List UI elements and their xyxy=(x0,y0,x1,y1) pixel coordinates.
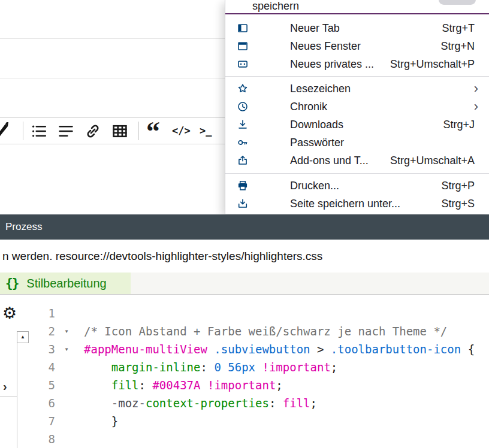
download-icon xyxy=(237,119,248,130)
menu-item-bookmarks[interactable]: Lesezeichen › xyxy=(225,80,489,98)
menu-item-new-window[interactable]: Neues Fenster Strg+N xyxy=(225,37,489,55)
code-token: fill xyxy=(111,379,139,392)
code-token: ; xyxy=(331,361,337,374)
menu-item-label: Downloads xyxy=(290,119,343,131)
code-line: 4 margin-inline: 0 56px !important; xyxy=(30,358,489,376)
fold-marker-icon[interactable]: ▾ xyxy=(59,340,74,358)
style-editor-icon: {} xyxy=(5,276,18,290)
menu-item-label: Neues privates ... xyxy=(290,58,374,71)
bullet-list-icon[interactable] xyxy=(31,123,47,139)
menu-item-shortcut: Strg+T xyxy=(442,22,489,35)
process-titlebar: Prozess xyxy=(0,214,489,240)
code-token xyxy=(201,379,207,392)
toolbar-divider xyxy=(138,122,139,140)
screen: “ </> >_ speichern Neuer Tab Strg+T Neue… xyxy=(0,0,489,448)
menu-item-addons[interactable]: Add-ons und T... Strg+Umschalt+A xyxy=(225,152,489,169)
gear-icon[interactable]: ⚙ xyxy=(2,305,17,322)
expand-pane-chevron-icon[interactable]: › xyxy=(3,380,7,392)
menu-item-shortcut: Strg+N xyxy=(440,40,489,53)
code-area[interactable]: 1 2 ▾ /* Icon Abstand + Farbe weiß/schwa… xyxy=(30,304,489,448)
menu-item-label: Passwörter xyxy=(290,137,344,149)
key-icon xyxy=(237,137,248,148)
menu-item-shortcut: Strg+Umschalt+A xyxy=(390,155,489,167)
menu-item-history[interactable]: Chronik › xyxy=(225,98,489,116)
code-line: 6 -moz-context-properties: fill; xyxy=(30,394,489,412)
code-token: -moz- xyxy=(111,396,146,410)
menu-separator xyxy=(225,173,489,174)
code-token: .toolbarbutton-icon xyxy=(331,343,461,356)
menu-item-label: Drucken... xyxy=(290,180,339,192)
code-line: 1 xyxy=(30,304,489,322)
tab-style-editor-label: Stilbearbeitung xyxy=(26,277,106,290)
code-text[interactable]: } xyxy=(74,412,118,430)
line-number: 6 xyxy=(30,394,59,412)
private-window-icon xyxy=(237,59,248,69)
code-line: 3 ▾ #appMenu-multiView .subviewbutton > … xyxy=(30,340,489,358)
terminal-icon[interactable]: >_ xyxy=(200,125,212,137)
code-text[interactable]: fill: #00437A !important; xyxy=(74,376,283,394)
code-token: ; xyxy=(276,379,282,392)
menu-item-passwords[interactable]: Passwörter xyxy=(225,134,489,152)
menu-item-new-tab[interactable]: Neuer Tab Strg+T xyxy=(225,19,489,37)
menu-separator xyxy=(225,76,489,77)
bookmarks-star-icon xyxy=(237,83,248,94)
scroll-up-button[interactable]: ▲ xyxy=(17,331,29,343)
link-icon[interactable] xyxy=(85,123,101,139)
menu-header-button[interactable] xyxy=(439,0,476,5)
fold-marker-icon xyxy=(59,376,74,394)
code-token: 0 56px xyxy=(214,361,255,374)
align-left-icon[interactable] xyxy=(58,123,74,139)
table-icon[interactable] xyxy=(112,123,128,139)
code-line: 5 fill: #00437A !important; xyxy=(30,376,489,394)
printer-icon xyxy=(237,180,248,191)
code-text[interactable]: -moz-context-properties: fill; xyxy=(74,394,317,412)
code-text[interactable]: /* Icon Abstand + Farbe weiß/schwarz je … xyxy=(74,322,447,340)
menu-item-label: Add-ons und T... xyxy=(290,155,369,167)
menu-item-label: Neuer Tab xyxy=(290,22,340,35)
code-text[interactable] xyxy=(74,304,84,322)
line-number: 7 xyxy=(30,412,59,430)
brush-icon[interactable] xyxy=(0,122,8,139)
style-editor-source: ⚙ ▲ › 1 2 ▾ /* Icon Abstand + Farbe weiß… xyxy=(0,295,489,448)
console-message-text: n werden. resource://devtools-highlighte… xyxy=(2,250,322,262)
code-token: .subviewbutton xyxy=(214,343,310,356)
menu-item-print[interactable]: Drucken... Strg+P xyxy=(225,177,489,195)
fold-marker-icon xyxy=(59,394,74,412)
toolbar-divider xyxy=(23,122,23,140)
code-token: margin-inline xyxy=(111,361,201,374)
code-token: } xyxy=(84,414,118,428)
code-token xyxy=(84,379,111,392)
menu-item-label: Lesezeichen xyxy=(290,83,351,95)
devtools-tab-row: {} Stilbearbeitung xyxy=(0,273,489,295)
process-title: Prozess xyxy=(5,221,42,232)
code-text[interactable]: #appMenu-multiView .subviewbutton > .too… xyxy=(74,340,475,358)
code-icon[interactable]: </> xyxy=(172,125,191,137)
new-tab-icon xyxy=(237,23,248,34)
tab-style-editor[interactable]: {} Stilbearbeitung xyxy=(0,273,131,294)
line-number: 5 xyxy=(30,376,59,394)
code-token xyxy=(207,343,214,356)
menu-item-new-private-window[interactable]: Neues privates ... Strg+Umschalt+P xyxy=(225,55,489,73)
code-token xyxy=(255,361,262,374)
menu-item-label: Chronik xyxy=(290,101,327,113)
fold-marker-icon xyxy=(59,412,74,430)
line-number: 3 xyxy=(30,340,59,358)
history-clock-icon xyxy=(237,101,248,112)
line-number: 2 xyxy=(30,322,59,340)
menu-header-label: speichern xyxy=(252,0,299,13)
code-text[interactable] xyxy=(74,430,84,448)
code-line: 7 } xyxy=(30,412,489,430)
code-text[interactable]: margin-inline: 0 56px !important; xyxy=(74,358,337,376)
code-token: : xyxy=(139,379,153,392)
code-token: { xyxy=(461,343,475,356)
menu-item-save-page[interactable]: Seite speichern unter... Strg+S xyxy=(225,195,489,213)
code-token xyxy=(84,396,111,410)
submenu-chevron-icon: › xyxy=(474,82,489,95)
menu-item-label: Seite speichern unter... xyxy=(290,198,400,210)
fold-marker-icon xyxy=(59,430,74,448)
fold-marker-icon[interactable]: ▾ xyxy=(59,322,74,340)
blockquote-icon[interactable]: “ xyxy=(146,117,160,147)
line-number: 4 xyxy=(30,358,59,376)
code-token: ; xyxy=(310,396,317,410)
menu-item-downloads[interactable]: Downloads Strg+J xyxy=(225,116,489,134)
